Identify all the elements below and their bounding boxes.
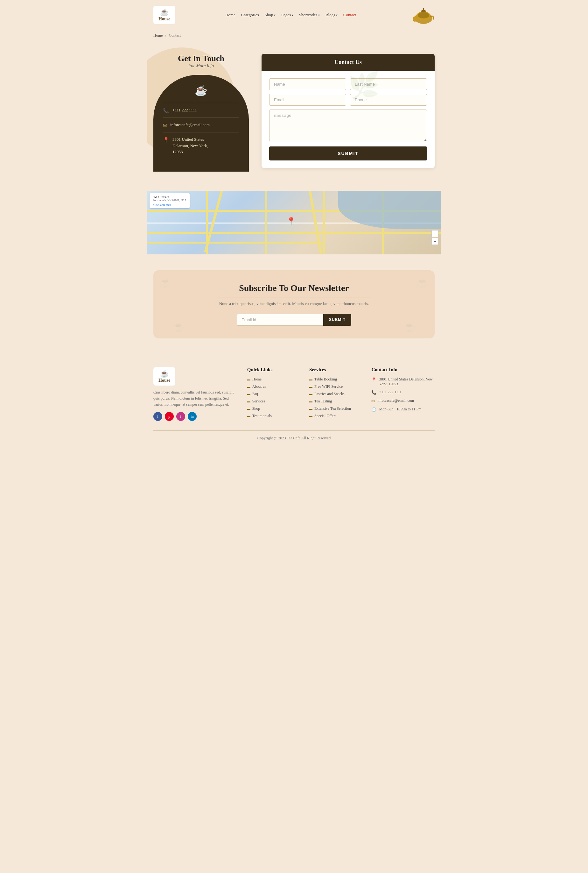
footer-phone-icon: 📞 [371,390,376,395]
breadcrumb-area: Home / Contact [147,30,441,41]
footer: ☕ House Cras libero diam, convallis vel … [147,355,441,447]
footer-brand-text: Cras libero diam, convallis vel faucibus… [153,389,238,408]
contact-row [269,94,427,106]
list-item: Faq [247,392,300,397]
nav-shop[interactable]: Shop [265,12,276,18]
list-item: Pastries and Snacks [309,392,362,397]
svg-point-2 [418,12,429,18]
svg-rect-3 [421,10,426,12]
get-in-touch-heading: Get In Touch [153,54,249,63]
contact-submit-button[interactable]: SUBMIT [269,146,427,161]
location-icon: 📍 [163,137,169,143]
name-row [269,78,427,90]
copyright-text: Copyright @ 2023 Tea Cafe All Right Rese… [257,436,331,440]
map-view-large[interactable]: View large map [153,203,186,206]
social-instagram[interactable]: i [176,412,185,421]
map-section: 📍 351 Cutts St Portsmouth, NH 03801, USA… [147,191,441,254]
newsletter-box: ☕ ☕ ☕ ☕ Subscribe To Our Newsletter Nunc… [153,270,435,338]
quick-link-shop[interactable]: Shop [252,406,260,411]
contact-section: Get In Touch For More Info ☕ 📞 +111 222 … [147,41,441,191]
address-item: 📍 3801 United States Delanson, New York,… [163,136,239,155]
quick-link-services[interactable]: Services [252,399,266,404]
quick-link-about[interactable]: About us [252,384,266,389]
last-name-input[interactable] [350,78,427,90]
social-pinterest[interactable]: p [165,412,174,421]
footer-email: ✉ infoteacafe@email.com [371,398,435,404]
list-item: Services [247,399,300,404]
email-item: ✉ infoteacafe@email.com [163,122,239,128]
service-wifi[interactable]: Free WIFI Service [314,384,343,389]
contact-form-panel: Contact Us 🌿 SUBMIT [261,54,435,168]
email-icon: ✉ [163,122,167,128]
list-item: Testimonials [247,413,300,418]
service-tea-tasting[interactable]: Tea Tasting [314,399,332,404]
service-pastries[interactable]: Pastries and Snacks [314,392,345,397]
map-zoom-in[interactable]: + [432,230,438,237]
footer-hours: 🕐 Mon-Sun : 10 Am to 11 Pm [371,407,435,412]
social-links: f p i in [153,412,238,421]
footer-logo-icon: ☕ [160,370,169,378]
nav-contact[interactable]: Contact [344,12,356,18]
logo[interactable]: ☕ House [153,6,176,24]
footer-bottom: Copyright @ 2023 Tea Cafe All Right Rese… [153,430,435,441]
social-facebook[interactable]: f [153,412,162,421]
social-linkedin[interactable]: in [188,412,196,421]
quick-links-heading: Quick Links [247,367,300,373]
contact-info-panel: Get In Touch For More Info ☕ 📞 +111 222 … [153,54,249,171]
name-input[interactable] [269,78,346,90]
breadcrumb-separator: / [165,33,166,38]
breadcrumb: Home / Contact [153,33,435,38]
arch-coffee-icon: ☕ [163,84,239,96]
quick-link-testimonials[interactable]: Testimonials [252,413,272,418]
navigation: ☕ House Home Categories Shop Pages Short… [147,0,441,30]
list-item: Home [247,377,300,382]
nav-home[interactable]: Home [225,12,236,18]
map-zoom-out[interactable]: − [432,238,438,245]
tea-pattern-3: ☕ [172,321,184,332]
quick-link-home[interactable]: Home [252,377,261,382]
service-special-offers[interactable]: Special Offers [314,413,336,418]
list-item: Free WIFI Service [309,384,362,389]
nav-pages[interactable]: Pages [281,12,293,18]
map-city-text: Portsmouth, NH 03801, USA [153,199,186,202]
list-item: Shop [247,406,300,411]
breadcrumb-current: Contact [169,33,181,38]
contact-info-heading: Contact Info [371,367,435,373]
form-header: Contact Us [261,54,435,71]
footer-email-text: infoteacafe@email.com [377,398,414,403]
contact-info-list: 📍 3801 United States Delanson, New York,… [371,377,435,412]
contact-arch-card: ☕ 📞 +111 222 1111 ✉ infoteacafe@email.co… [153,75,249,171]
nav-blogs[interactable]: Blogs [326,12,338,18]
breadcrumb-home[interactable]: Home [153,33,163,38]
quick-link-faq[interactable]: Faq [252,392,258,397]
list-item: Special Offers [309,413,362,418]
service-tea-selection[interactable]: Extensive Tea Selection [314,406,351,411]
footer-hours-text: Mon-Sun : 10 Am to 11 Pm [379,407,421,412]
map-controls: + − [432,230,438,245]
map-pin: 📍 [286,217,296,226]
nav-categories[interactable]: Categories [241,12,259,18]
newsletter-form: SUBMIT [237,314,351,326]
form-body: 🌿 SUBMIT [261,71,435,168]
footer-phone-text: +111 222 1111 [379,390,402,394]
phone-text: +111 222 1111 [172,107,196,113]
service-table-booking[interactable]: Table Booking [314,377,337,382]
email-input[interactable] [269,94,346,106]
newsletter-submit-button[interactable]: SUBMIT [323,314,351,326]
footer-logo-name: House [159,378,170,383]
newsletter-heading: Subscribe To Our Newsletter [166,283,422,293]
phone-input[interactable] [350,94,427,106]
get-in-touch-subheading: For More Info [153,63,249,68]
services-list: Table Booking Free WIFI Service Pastries… [309,377,362,418]
footer-brand: ☕ House Cras libero diam, convallis vel … [153,367,238,421]
list-item: Extensive Tea Selection [309,406,362,411]
address-text: 3801 United States Delanson, New York, 1… [172,136,208,155]
newsletter-email-input[interactable] [237,314,323,326]
footer-quick-links: Quick Links Home About us Faq Services S… [247,367,300,421]
message-textarea[interactable] [269,110,427,141]
logo-icon: ☕ [160,8,169,17]
list-item: Tea Tasting [309,399,362,404]
nav-shortcodes[interactable]: Shortcodes [299,12,320,18]
form-title: Contact Us [334,59,362,65]
tea-pattern-4: ☕ [404,321,416,332]
